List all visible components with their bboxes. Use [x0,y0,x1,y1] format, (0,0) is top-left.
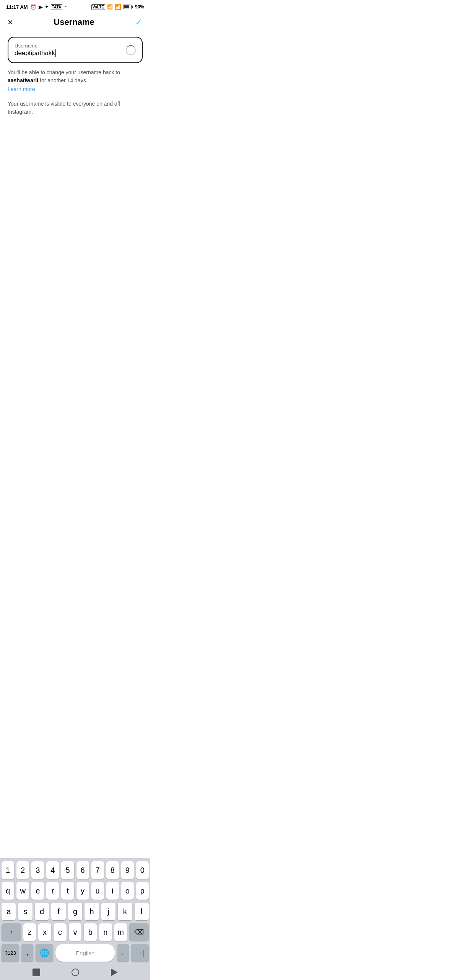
signal-icon: 📶 [107,4,113,10]
input-label: Username [15,43,126,49]
change-back-prefix: You'll be able to change your username b… [8,69,120,75]
dots-icon: ·· [65,4,68,10]
battery-icon [123,5,133,9]
change-back-info: You'll be able to change your username b… [8,69,143,85]
input-value[interactable]: deeptipathakk [15,49,126,57]
status-bar: 11:17 AM ⏰ ▶ ✦ TATA ·· VoLTE 📶 📶 90% [0,0,150,12]
text-cursor [55,49,56,57]
close-button[interactable]: × [8,18,13,27]
confirm-button[interactable]: ✓ [135,17,143,28]
input-content: Username deeptipathakk [15,43,126,57]
loading-spinner [126,45,136,55]
username-input-wrapper[interactable]: Username deeptipathakk [8,37,143,63]
visibility-info: Your username is visible to everyone on … [8,100,143,116]
info-section: You'll be able to change your username b… [0,63,150,116]
youtube-icon: ▶ [39,4,42,10]
learn-more-link[interactable]: Learn more [8,86,143,92]
nav-bar: × Username ✓ [0,12,150,34]
username-text: deeptipathakk [15,49,55,57]
alarm-icon: ⏰ [30,4,36,10]
gamepad-icon: ✦ [45,4,49,10]
wifi-icon: 📶 [115,4,121,10]
input-section: Username deeptipathakk [0,37,150,63]
battery-percent: 90% [135,4,144,10]
time-label: 11:17 AM [6,4,28,10]
page-title: Username [54,17,94,27]
change-back-suffix: for another 14 days. [38,77,87,83]
status-indicators: VoLTE 📶 📶 90% [91,4,144,10]
old-username: aashatiwarii [8,77,38,83]
tata-icon: TATA [51,4,62,10]
status-time: 11:17 AM ⏰ ▶ ✦ TATA ·· [6,4,68,10]
volte-icon: VoLTE [91,4,105,10]
